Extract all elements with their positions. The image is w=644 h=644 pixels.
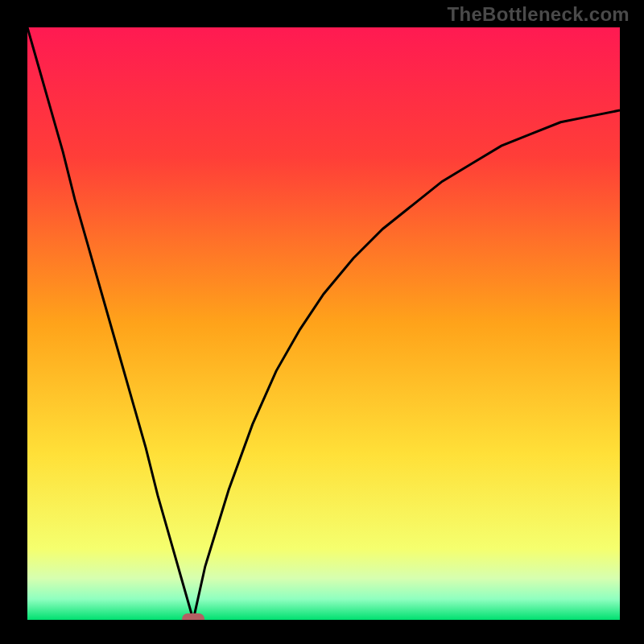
bottleneck-curve-chart xyxy=(27,27,620,620)
vertex-marker xyxy=(182,613,204,620)
attribution-text: TheBottleneck.com xyxy=(448,3,630,26)
plot-area xyxy=(27,27,620,620)
gradient-background xyxy=(27,27,620,620)
chart-frame: TheBottleneck.com xyxy=(0,0,644,644)
